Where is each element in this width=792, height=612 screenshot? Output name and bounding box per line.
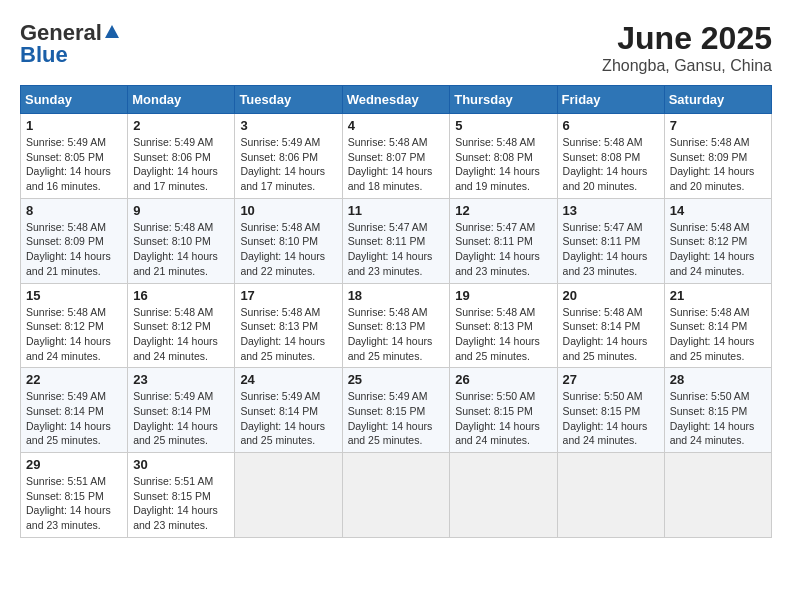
day-info: Sunrise: 5:48 AM Sunset: 8:12 PM Dayligh… <box>133 305 229 364</box>
calendar-cell: 22Sunrise: 5:49 AM Sunset: 8:14 PM Dayli… <box>21 368 128 453</box>
calendar-week-0: 1Sunrise: 5:49 AM Sunset: 8:05 PM Daylig… <box>21 114 772 199</box>
calendar-cell: 10Sunrise: 5:48 AM Sunset: 8:10 PM Dayli… <box>235 198 342 283</box>
day-number: 24 <box>240 372 336 387</box>
calendar-cell: 15Sunrise: 5:48 AM Sunset: 8:12 PM Dayli… <box>21 283 128 368</box>
day-number: 20 <box>563 288 659 303</box>
day-info: Sunrise: 5:47 AM Sunset: 8:11 PM Dayligh… <box>455 220 551 279</box>
calendar-cell: 1Sunrise: 5:49 AM Sunset: 8:05 PM Daylig… <box>21 114 128 199</box>
calendar-cell: 3Sunrise: 5:49 AM Sunset: 8:06 PM Daylig… <box>235 114 342 199</box>
calendar-header-sunday: Sunday <box>21 86 128 114</box>
calendar-cell: 6Sunrise: 5:48 AM Sunset: 8:08 PM Daylig… <box>557 114 664 199</box>
day-number: 23 <box>133 372 229 387</box>
calendar-table: SundayMondayTuesdayWednesdayThursdayFrid… <box>20 85 772 538</box>
day-number: 19 <box>455 288 551 303</box>
day-number: 17 <box>240 288 336 303</box>
calendar-cell <box>557 453 664 538</box>
day-number: 11 <box>348 203 445 218</box>
day-info: Sunrise: 5:49 AM Sunset: 8:15 PM Dayligh… <box>348 389 445 448</box>
calendar-cell: 16Sunrise: 5:48 AM Sunset: 8:12 PM Dayli… <box>128 283 235 368</box>
calendar-cell: 18Sunrise: 5:48 AM Sunset: 8:13 PM Dayli… <box>342 283 450 368</box>
day-info: Sunrise: 5:47 AM Sunset: 8:11 PM Dayligh… <box>348 220 445 279</box>
day-number: 21 <box>670 288 766 303</box>
calendar-cell <box>664 453 771 538</box>
calendar-cell: 29Sunrise: 5:51 AM Sunset: 8:15 PM Dayli… <box>21 453 128 538</box>
day-info: Sunrise: 5:51 AM Sunset: 8:15 PM Dayligh… <box>26 474 122 533</box>
day-info: Sunrise: 5:48 AM Sunset: 8:09 PM Dayligh… <box>26 220 122 279</box>
calendar-header-row: SundayMondayTuesdayWednesdayThursdayFrid… <box>21 86 772 114</box>
calendar-header-wednesday: Wednesday <box>342 86 450 114</box>
calendar-cell: 11Sunrise: 5:47 AM Sunset: 8:11 PM Dayli… <box>342 198 450 283</box>
day-number: 15 <box>26 288 122 303</box>
logo-blue: Blue <box>20 42 68 68</box>
calendar-cell: 8Sunrise: 5:48 AM Sunset: 8:09 PM Daylig… <box>21 198 128 283</box>
day-info: Sunrise: 5:48 AM Sunset: 8:14 PM Dayligh… <box>563 305 659 364</box>
calendar-cell: 20Sunrise: 5:48 AM Sunset: 8:14 PM Dayli… <box>557 283 664 368</box>
day-number: 3 <box>240 118 336 133</box>
day-number: 22 <box>26 372 122 387</box>
logo-triangle-icon <box>105 25 119 38</box>
day-info: Sunrise: 5:49 AM Sunset: 8:06 PM Dayligh… <box>133 135 229 194</box>
day-info: Sunrise: 5:47 AM Sunset: 8:11 PM Dayligh… <box>563 220 659 279</box>
day-info: Sunrise: 5:48 AM Sunset: 8:07 PM Dayligh… <box>348 135 445 194</box>
day-number: 1 <box>26 118 122 133</box>
calendar-header-friday: Friday <box>557 86 664 114</box>
day-info: Sunrise: 5:50 AM Sunset: 8:15 PM Dayligh… <box>670 389 766 448</box>
day-number: 4 <box>348 118 445 133</box>
calendar-cell: 24Sunrise: 5:49 AM Sunset: 8:14 PM Dayli… <box>235 368 342 453</box>
day-info: Sunrise: 5:48 AM Sunset: 8:10 PM Dayligh… <box>240 220 336 279</box>
calendar-cell: 26Sunrise: 5:50 AM Sunset: 8:15 PM Dayli… <box>450 368 557 453</box>
day-info: Sunrise: 5:49 AM Sunset: 8:05 PM Dayligh… <box>26 135 122 194</box>
day-info: Sunrise: 5:48 AM Sunset: 8:10 PM Dayligh… <box>133 220 229 279</box>
calendar-cell: 23Sunrise: 5:49 AM Sunset: 8:14 PM Dayli… <box>128 368 235 453</box>
day-number: 28 <box>670 372 766 387</box>
day-info: Sunrise: 5:51 AM Sunset: 8:15 PM Dayligh… <box>133 474 229 533</box>
calendar-week-2: 15Sunrise: 5:48 AM Sunset: 8:12 PM Dayli… <box>21 283 772 368</box>
calendar-cell: 5Sunrise: 5:48 AM Sunset: 8:08 PM Daylig… <box>450 114 557 199</box>
day-number: 27 <box>563 372 659 387</box>
page-subtitle: Zhongba, Gansu, China <box>602 57 772 75</box>
day-info: Sunrise: 5:48 AM Sunset: 8:08 PM Dayligh… <box>455 135 551 194</box>
page-header: General Blue June 2025 Zhongba, Gansu, C… <box>20 20 772 75</box>
calendar-cell <box>235 453 342 538</box>
day-number: 29 <box>26 457 122 472</box>
day-number: 25 <box>348 372 445 387</box>
day-number: 30 <box>133 457 229 472</box>
calendar-cell: 27Sunrise: 5:50 AM Sunset: 8:15 PM Dayli… <box>557 368 664 453</box>
day-info: Sunrise: 5:48 AM Sunset: 8:13 PM Dayligh… <box>455 305 551 364</box>
calendar-header-tuesday: Tuesday <box>235 86 342 114</box>
day-info: Sunrise: 5:49 AM Sunset: 8:14 PM Dayligh… <box>240 389 336 448</box>
calendar-cell: 25Sunrise: 5:49 AM Sunset: 8:15 PM Dayli… <box>342 368 450 453</box>
calendar-header-saturday: Saturday <box>664 86 771 114</box>
day-info: Sunrise: 5:48 AM Sunset: 8:13 PM Dayligh… <box>240 305 336 364</box>
calendar-cell: 7Sunrise: 5:48 AM Sunset: 8:09 PM Daylig… <box>664 114 771 199</box>
day-number: 16 <box>133 288 229 303</box>
calendar-cell <box>342 453 450 538</box>
day-info: Sunrise: 5:48 AM Sunset: 8:12 PM Dayligh… <box>670 220 766 279</box>
title-block: June 2025 Zhongba, Gansu, China <box>602 20 772 75</box>
calendar-cell: 21Sunrise: 5:48 AM Sunset: 8:14 PM Dayli… <box>664 283 771 368</box>
day-number: 8 <box>26 203 122 218</box>
day-number: 14 <box>670 203 766 218</box>
calendar-header-thursday: Thursday <box>450 86 557 114</box>
calendar-cell: 9Sunrise: 5:48 AM Sunset: 8:10 PM Daylig… <box>128 198 235 283</box>
day-number: 26 <box>455 372 551 387</box>
calendar-header-monday: Monday <box>128 86 235 114</box>
day-number: 13 <box>563 203 659 218</box>
day-number: 12 <box>455 203 551 218</box>
calendar-cell: 13Sunrise: 5:47 AM Sunset: 8:11 PM Dayli… <box>557 198 664 283</box>
day-number: 6 <box>563 118 659 133</box>
calendar-cell: 12Sunrise: 5:47 AM Sunset: 8:11 PM Dayli… <box>450 198 557 283</box>
calendar-week-3: 22Sunrise: 5:49 AM Sunset: 8:14 PM Dayli… <box>21 368 772 453</box>
day-number: 10 <box>240 203 336 218</box>
calendar-cell: 19Sunrise: 5:48 AM Sunset: 8:13 PM Dayli… <box>450 283 557 368</box>
day-info: Sunrise: 5:50 AM Sunset: 8:15 PM Dayligh… <box>563 389 659 448</box>
day-info: Sunrise: 5:48 AM Sunset: 8:08 PM Dayligh… <box>563 135 659 194</box>
day-info: Sunrise: 5:48 AM Sunset: 8:12 PM Dayligh… <box>26 305 122 364</box>
day-info: Sunrise: 5:48 AM Sunset: 8:14 PM Dayligh… <box>670 305 766 364</box>
calendar-cell: 14Sunrise: 5:48 AM Sunset: 8:12 PM Dayli… <box>664 198 771 283</box>
calendar-week-1: 8Sunrise: 5:48 AM Sunset: 8:09 PM Daylig… <box>21 198 772 283</box>
day-info: Sunrise: 5:50 AM Sunset: 8:15 PM Dayligh… <box>455 389 551 448</box>
day-info: Sunrise: 5:49 AM Sunset: 8:14 PM Dayligh… <box>133 389 229 448</box>
calendar-week-4: 29Sunrise: 5:51 AM Sunset: 8:15 PM Dayli… <box>21 453 772 538</box>
logo: General Blue <box>20 20 121 68</box>
